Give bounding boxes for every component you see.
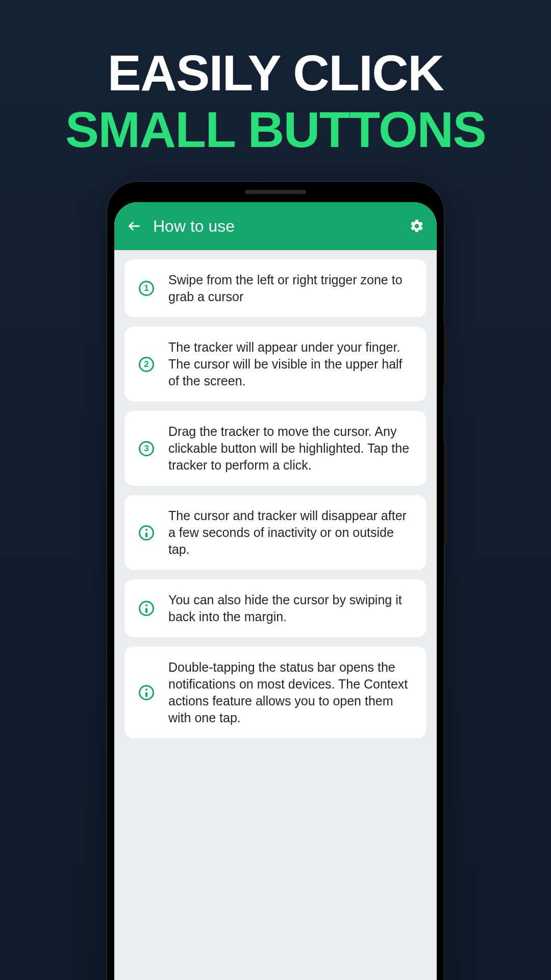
phone-side-button	[444, 325, 447, 386]
app-bar: How to use	[114, 202, 437, 250]
phone-frame: How to use 1 Swipe from the left or righ…	[107, 182, 444, 980]
instruction-list: 1 Swipe from the left or right trigger z…	[114, 250, 437, 748]
info-icon	[138, 524, 155, 542]
step-text: Double-tapping the status bar opens the …	[168, 659, 413, 726]
step-text: Drag the tracker to move the cursor. Any…	[168, 423, 413, 474]
step-text: The tracker will appear under your finge…	[168, 339, 413, 389]
headline-line1: EASILY CLICK	[0, 45, 551, 102]
instruction-card: Double-tapping the status bar opens the …	[124, 647, 427, 739]
phone-mockup: How to use 1 Swipe from the left or righ…	[107, 182, 444, 980]
step-text: Swipe from the left or right trigger zon…	[168, 272, 413, 305]
step-text: You can also hide the cursor by swiping …	[168, 592, 413, 625]
phone-side-button	[444, 442, 447, 544]
info-icon	[138, 684, 155, 701]
phone-screen: How to use 1 Swipe from the left or righ…	[114, 202, 437, 980]
instruction-card: You can also hide the cursor by swiping …	[124, 579, 427, 638]
back-icon[interactable]	[127, 218, 142, 234]
step-1-icon: 1	[138, 280, 155, 297]
instruction-card: 3 Drag the tracker to move the cursor. A…	[124, 411, 427, 486]
info-icon	[138, 600, 155, 617]
step-text: The cursor and tracker will disappear af…	[168, 507, 413, 558]
settings-icon[interactable]	[409, 218, 424, 234]
headline-line2: SMALL BUTTONS	[0, 102, 551, 158]
phone-speaker	[245, 190, 306, 194]
instruction-card: 2 The tracker will appear under your fin…	[124, 327, 427, 402]
step-2-icon: 2	[138, 356, 155, 373]
step-3-icon: 3	[138, 440, 155, 457]
instruction-card: 1 Swipe from the left or right trigger z…	[124, 259, 427, 317]
page-title: How to use	[153, 217, 398, 236]
instruction-card: The cursor and tracker will disappear af…	[124, 495, 427, 570]
promo-headline: EASILY CLICK SMALL BUTTONS	[0, 0, 551, 158]
